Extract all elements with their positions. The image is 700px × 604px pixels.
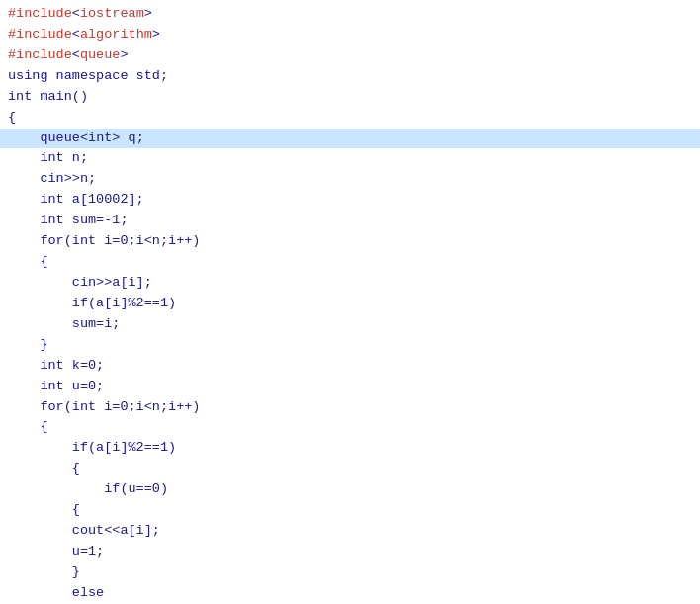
code-line: else xyxy=(0,583,700,604)
code-line: int k=0; xyxy=(0,356,700,377)
code-line: cin>>a[i]; xyxy=(0,273,700,294)
code-line: { xyxy=(0,252,700,273)
code-line: for(int i=0;i<n;i++) xyxy=(0,231,700,252)
code-line: #include<queue> xyxy=(0,45,700,66)
code-line: { xyxy=(0,108,700,129)
code-line: for(int i=0;i<n;i++) xyxy=(0,397,700,418)
code-line: queue<int> q; xyxy=(0,129,700,149)
code-line: int n; xyxy=(0,148,700,169)
code-line: } xyxy=(0,562,700,583)
code-line: { xyxy=(0,459,700,479)
code-line: int sum=-1; xyxy=(0,211,700,231)
code-line: u=1; xyxy=(0,542,700,562)
code-line: int main() xyxy=(0,87,700,108)
code-line: if(a[i]%2==1) xyxy=(0,294,700,314)
code-line: sum=i; xyxy=(0,314,700,335)
code-line: int u=0; xyxy=(0,377,700,397)
code-line: cout<<a[i]; xyxy=(0,521,700,542)
code-line: { xyxy=(0,417,700,438)
code-line: if(a[i]%2==1) xyxy=(0,438,700,459)
code-line: cin>>n; xyxy=(0,169,700,190)
code-line: using namespace std; xyxy=(0,66,700,87)
code-line: #include<algorithm> xyxy=(0,25,700,45)
code-line: } xyxy=(0,335,700,356)
code-editor: #include<iostream>#include<algorithm>#in… xyxy=(0,0,700,604)
code-line: { xyxy=(0,500,700,521)
code-line: int a[10002]; xyxy=(0,190,700,211)
code-line: if(u==0) xyxy=(0,479,700,500)
code-line: #include<iostream> xyxy=(0,4,700,25)
